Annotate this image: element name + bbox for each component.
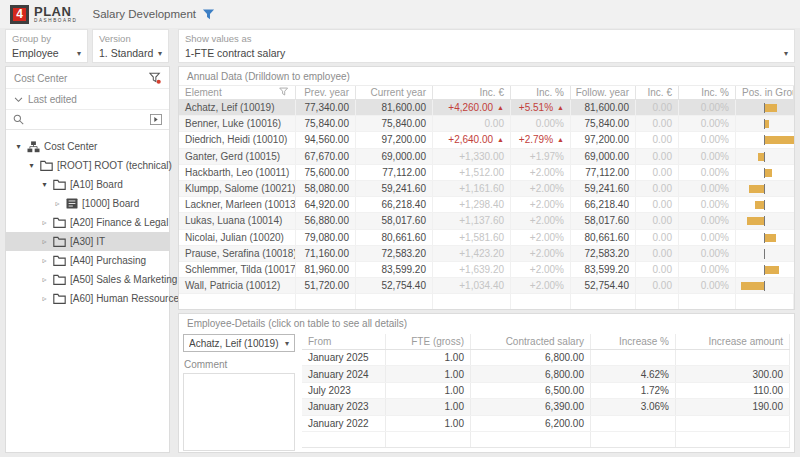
details-cell-from: January 2024: [302, 366, 386, 381]
cell-inc-eur: +2,640.00▲: [433, 132, 511, 147]
empty-cell: [511, 294, 571, 309]
details-cell-fte: 1.00: [386, 416, 471, 431]
tree-item--a60-human-ressources[interactable]: ▹[A60] Human Ressources: [6, 289, 169, 308]
details-row-2[interactable]: January 20241.006,800.004.62%300.00: [302, 366, 790, 382]
annual-row-12[interactable]: Wall, Patricia (10012)51,720.0052,754.40…: [179, 278, 794, 294]
details-cell-fte: 1.00: [386, 350, 471, 365]
cell-element: Prause, Serafina (10018): [179, 246, 296, 261]
tree-collapse-icon[interactable]: ▹: [40, 256, 49, 265]
tree-collapse-icon[interactable]: ▹: [40, 294, 49, 303]
employee-select-value: Achatz, Leif (10019): [189, 338, 279, 349]
version-panel: Version 1. Standard ▾: [92, 29, 169, 63]
cell-inc-eur-follow: 0.00: [636, 197, 679, 212]
cell-follow-year: 66,218.40: [571, 197, 636, 212]
search-input[interactable]: [28, 114, 146, 125]
details-row-4[interactable]: January 20231.006,390.003.06%190.00: [302, 399, 790, 415]
annual-row-11[interactable]: Schlemmer, Tilda (10017)81,960.0083,599.…: [179, 262, 794, 278]
cell-inc-eur-follow: 0.00: [636, 100, 679, 115]
cell-follow-year: 58,017.60: [571, 213, 636, 228]
cell-inc-eur-follow: 0.00: [636, 165, 679, 180]
annual-row-9[interactable]: Nicolai, Julian (10020)79,080.0080,661.6…: [179, 230, 794, 246]
group-by-select[interactable]: Employee ▾: [12, 47, 81, 59]
tree-item-cost-center[interactable]: ▾Cost Center: [6, 137, 169, 156]
cell-current-year: 81,600.00: [356, 100, 433, 115]
tree-collapse-icon[interactable]: ▹: [40, 218, 49, 227]
cell-current-year: 72,583.20: [356, 246, 433, 261]
pos-in-group-bar: [736, 181, 794, 196]
annual-row-2[interactable]: Benner, Luke (10016)75,840.0075,840.000.…: [179, 116, 794, 132]
cell-current-year: 97,200.00: [356, 132, 433, 147]
tree-item-label: Cost Center: [44, 141, 97, 152]
details-row-5[interactable]: January 20221.006,200.00: [302, 416, 790, 432]
details-column-header[interactable]: Increase %: [591, 334, 676, 349]
annual-row-5[interactable]: Hackbarth, Leo (10011)75,600.0077,112.00…: [179, 165, 794, 181]
show-values-label: Show values as: [185, 33, 788, 44]
cell-prev-year: 81,960.00: [296, 262, 356, 277]
annual-column-header[interactable]: Inc. €: [433, 86, 511, 99]
annual-column-header[interactable]: Element: [179, 86, 296, 99]
details-column-header[interactable]: FTE (gross): [386, 334, 471, 349]
chevron-down-icon[interactable]: ▾: [158, 49, 162, 58]
tree-item--a20-finance-legal[interactable]: ▹[A20] Finance & Legal: [6, 213, 169, 232]
tree-item--a50-sales-marketing[interactable]: ▹[A50] Sales & Marketing: [6, 270, 169, 289]
tree-expand-icon[interactable]: ▾: [27, 161, 36, 170]
empty-cell: [302, 432, 386, 447]
chevron-down-icon[interactable]: ▾: [77, 49, 81, 58]
tree-expand-icon[interactable]: ▾: [40, 180, 49, 189]
pos-in-group-bar: [736, 132, 794, 147]
annual-column-header[interactable]: Prev. year: [296, 86, 356, 99]
annual-row-6[interactable]: Klumpp, Salome (10021)58,080.0059,241.60…: [179, 181, 794, 197]
tree-item--root-root-technical-[interactable]: ▾[ROOT] ROOT (technical): [6, 156, 169, 175]
tree-collapse-icon[interactable]: ▹: [40, 237, 49, 246]
details-cell-from: July 2023: [302, 383, 386, 398]
tree-expand-icon[interactable]: ▾: [14, 142, 23, 151]
details-row-1[interactable]: January 20251.006,800.00: [302, 350, 790, 366]
annual-row-10[interactable]: Prause, Serafina (10018)71,160.0072,583.…: [179, 246, 794, 262]
tree-item--a30-it[interactable]: ▹[A30] IT: [6, 232, 169, 251]
chevron-down-icon[interactable]: ▾: [784, 49, 788, 58]
details-cell-fte: 1.00: [386, 383, 471, 398]
show-values-select[interactable]: 1-FTE contract salary ▾: [185, 47, 788, 59]
tree-item-label: [1000] Board: [82, 198, 139, 209]
annual-row-7[interactable]: Lackner, Marleen (10013)64,920.0066,218.…: [179, 197, 794, 213]
tree-collapse-icon[interactable]: ▹: [40, 275, 49, 284]
cell-follow-year: 52,754.40: [571, 278, 636, 293]
details-column-header[interactable]: Increase amount: [676, 334, 790, 349]
cell-follow-year: 83,599.20: [571, 262, 636, 277]
empty-cell: [736, 294, 794, 309]
annual-row-8[interactable]: Lukas, Luana (10014)56,880.0058,017.60+1…: [179, 213, 794, 229]
cell-inc-pct-follow: 0.00%: [679, 132, 736, 147]
employee-select[interactable]: Achatz, Leif (10019) ▾: [183, 334, 295, 352]
tree-collapse-icon[interactable]: ▹: [53, 199, 62, 208]
annual-column-header[interactable]: Pos. in Group: [736, 86, 794, 99]
tree-item--a40-purchasing[interactable]: ▹[A40] Purchasing: [6, 251, 169, 270]
report-filter-icon[interactable]: [202, 8, 215, 21]
chevron-down-icon[interactable]: ▾: [285, 339, 289, 348]
cell-follow-year: 81,600.00: [571, 100, 636, 115]
annual-row-3[interactable]: Diedrich, Heidi (10010)94,560.0097,200.0…: [179, 132, 794, 148]
comment-input[interactable]: [183, 373, 295, 451]
annual-column-header[interactable]: Current year: [356, 86, 433, 99]
annual-column-header[interactable]: Inc. %: [511, 86, 571, 99]
cell-prev-year: 71,160.00: [296, 246, 356, 261]
cost-center-filter-icon[interactable]: [149, 72, 161, 84]
details-column-header[interactable]: From: [302, 334, 386, 349]
tree-item--a10-board[interactable]: ▾[A10] Board: [6, 175, 169, 194]
details-row-3[interactable]: July 20231.006,500.001.72%110.00: [302, 383, 790, 399]
version-select[interactable]: 1. Standard ▾: [99, 47, 162, 59]
sort-selector[interactable]: Last edited: [6, 89, 169, 110]
element-filter-icon[interactable]: [279, 87, 289, 99]
tree-item--1000-board[interactable]: ▹[1000] Board: [6, 194, 169, 213]
search-go-icon[interactable]: [150, 114, 162, 125]
details-column-header[interactable]: Contracted salary: [471, 334, 591, 349]
annual-table-body: Achatz, Leif (10019)77,340.0081,600.00+4…: [179, 100, 794, 309]
annual-column-header[interactable]: Inc. %: [679, 86, 736, 99]
annual-column-header[interactable]: Inc. €: [636, 86, 679, 99]
folder-icon: [53, 217, 66, 228]
annual-row-4[interactable]: Ganter, Gerd (10015)67,670.0069,000.00+1…: [179, 149, 794, 165]
details-cell-increase-amount: 300.00: [676, 366, 790, 381]
group-position-bar: [749, 185, 764, 193]
annual-row-1[interactable]: Achatz, Leif (10019)77,340.0081,600.00+4…: [179, 100, 794, 116]
app-logo: 4 PLAN DASHBOARD: [10, 5, 78, 24]
annual-column-header[interactable]: Follow. year: [571, 86, 636, 99]
